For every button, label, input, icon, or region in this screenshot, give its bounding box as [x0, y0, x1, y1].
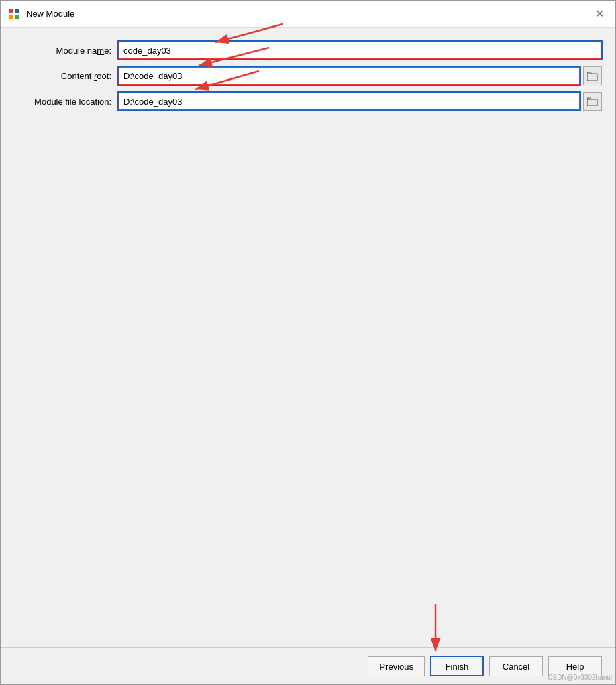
content-area: Module name: Content root:: [1, 28, 615, 647]
module-file-browse-button[interactable]: [583, 92, 602, 111]
content-root-input-wrapper: [118, 66, 602, 85]
content-root-input[interactable]: [118, 66, 580, 85]
module-file-input-wrapper: [118, 92, 602, 111]
module-name-input-wrapper: [118, 41, 602, 60]
app-icon: [7, 7, 21, 21]
module-file-label: Module file location:: [14, 97, 118, 107]
svg-rect-1: [15, 9, 19, 13]
content-root-row: Content root:: [14, 66, 602, 85]
svg-rect-4: [587, 74, 597, 81]
bottom-bar: Previous Finish Cancel Help: [1, 647, 615, 684]
close-button[interactable]: ✕: [590, 5, 609, 23]
module-file-row: Module file location:: [14, 92, 602, 111]
module-name-label: Module name:: [14, 46, 118, 56]
title-bar: New Module ✕: [1, 1, 615, 28]
new-module-dialog: New Module ✕ Module name: Content root:: [0, 0, 616, 685]
content-root-label: Content root:: [14, 71, 118, 81]
module-file-input[interactable]: [118, 92, 580, 111]
svg-rect-0: [9, 9, 13, 13]
dialog-title: New Module: [26, 9, 590, 19]
previous-button[interactable]: Previous: [368, 656, 425, 676]
watermark: CSDN@0x3302hanui: [548, 674, 612, 681]
content-root-browse-button[interactable]: [583, 66, 602, 85]
svg-rect-2: [9, 15, 13, 19]
module-name-input[interactable]: [118, 41, 602, 60]
module-name-row: Module name:: [14, 41, 602, 60]
svg-rect-3: [15, 15, 19, 19]
cancel-button[interactable]: Cancel: [489, 656, 543, 676]
svg-rect-5: [587, 99, 597, 106]
finish-button[interactable]: Finish: [430, 656, 484, 676]
